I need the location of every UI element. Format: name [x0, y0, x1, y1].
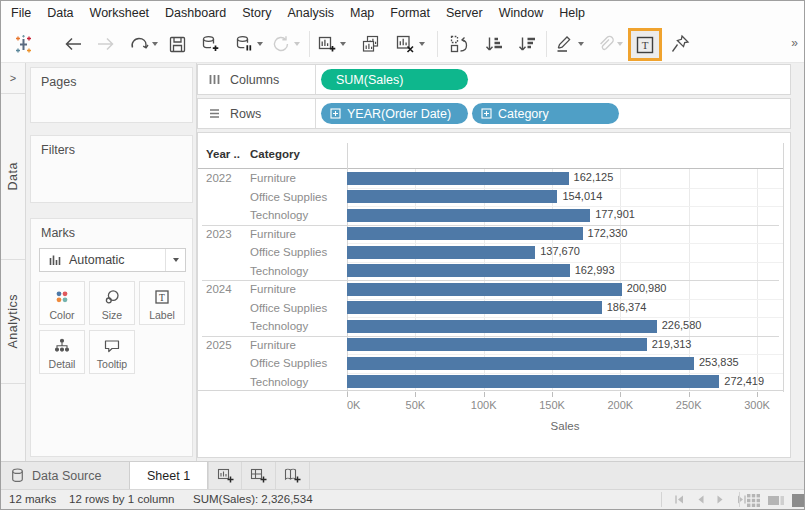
year-column-header[interactable]: Year ..	[206, 148, 240, 160]
mark-type-caret[interactable]	[165, 249, 185, 271]
menu-story[interactable]: Story	[234, 6, 279, 20]
category-label[interactable]: Furniture	[242, 169, 347, 188]
category-label[interactable]: Technology	[242, 373, 347, 392]
tab-data-source[interactable]: Data Source	[1, 462, 121, 489]
year-label[interactable]: 2022	[198, 169, 242, 188]
new-worksheet-caret[interactable]	[340, 42, 346, 46]
clear-sheet-button[interactable]	[393, 32, 417, 56]
sort-ascending-button[interactable]	[482, 32, 506, 56]
next-icon[interactable]	[716, 494, 725, 505]
menu-format[interactable]: Format	[382, 6, 438, 20]
year-label[interactable]	[198, 299, 242, 318]
category-label[interactable]: Furniture	[242, 225, 347, 244]
bar-mark[interactable]	[347, 227, 583, 240]
year-label[interactable]	[198, 206, 242, 225]
year-label[interactable]	[198, 262, 242, 281]
category-label[interactable]: Office Supplies	[242, 299, 347, 318]
x-axis-title[interactable]: Sales	[347, 420, 783, 432]
tab-sheet-1[interactable]: Sheet 1	[129, 462, 208, 489]
fix-axes-button[interactable]	[668, 32, 692, 56]
bar-mark[interactable]	[347, 338, 647, 351]
year-label[interactable]	[198, 317, 242, 336]
swap-rows-and-columns-button[interactable]	[447, 32, 471, 56]
bar-mark[interactable]	[347, 301, 602, 314]
mark-button-color[interactable]: Color	[39, 281, 85, 325]
bar-mark[interactable]	[347, 283, 622, 296]
year-label[interactable]: 2023	[198, 225, 242, 244]
bar-mark[interactable]	[347, 172, 569, 185]
current-view-icon[interactable]	[792, 494, 805, 507]
category-label[interactable]: Furniture	[242, 280, 347, 299]
save-button[interactable]	[165, 32, 189, 56]
bar-mark[interactable]	[347, 375, 719, 388]
menu-worksheet[interactable]: Worksheet	[82, 6, 158, 20]
pill-category[interactable]: Category	[472, 103, 619, 124]
filters-card[interactable]: Filters	[30, 135, 193, 203]
sheet-sorter-icon[interactable]	[747, 494, 760, 507]
category-label[interactable]: Office Supplies	[242, 354, 347, 373]
clear-sheet-caret[interactable]	[419, 42, 425, 46]
sort-descending-button[interactable]	[515, 32, 539, 56]
previous-icon[interactable]	[696, 494, 705, 505]
mark-type-dropdown[interactable]: Automatic	[39, 248, 186, 272]
first-icon[interactable]	[674, 494, 685, 505]
new-dashboard-tab-button[interactable]	[242, 462, 276, 489]
category-label[interactable]: Technology	[242, 262, 347, 281]
category-column-header[interactable]: Category	[250, 148, 300, 160]
mark-button-label[interactable]: TLabel	[139, 281, 185, 325]
menu-server[interactable]: Server	[438, 6, 491, 20]
category-label[interactable]: Office Supplies	[242, 243, 347, 262]
menu-analysis[interactable]: Analysis	[279, 6, 342, 20]
new-data-source-button[interactable]	[198, 32, 222, 56]
year-label[interactable]	[198, 354, 242, 373]
menu-data[interactable]: Data	[39, 6, 81, 20]
highlight-caret[interactable]	[578, 42, 584, 46]
tab-analytics[interactable]: Analytics	[1, 260, 25, 384]
highlight-button[interactable]	[552, 32, 576, 56]
bar-mark[interactable]	[347, 320, 657, 333]
category-label[interactable]: Furniture	[242, 336, 347, 355]
pages-card[interactable]: Pages	[30, 67, 193, 123]
mark-button-size[interactable]: Size	[89, 281, 135, 325]
category-label[interactable]: Technology	[242, 206, 347, 225]
last-icon[interactable]	[736, 494, 747, 505]
more-toolbar-items-button[interactable]: »	[791, 36, 798, 50]
bar-mark[interactable]	[347, 246, 535, 259]
mark-button-tooltip[interactable]: Tooltip	[89, 330, 135, 374]
year-label[interactable]	[198, 373, 242, 392]
pause-auto-updates-caret[interactable]	[257, 42, 263, 46]
new-worksheet-button[interactable]	[315, 32, 339, 56]
expand-pane-button[interactable]: >	[1, 63, 25, 94]
year-label[interactable]	[198, 243, 242, 262]
year-label[interactable]	[198, 188, 242, 207]
undo-button[interactable]	[61, 32, 85, 56]
filmstrip-icon[interactable]	[768, 494, 784, 507]
tab-data[interactable]: Data	[1, 94, 25, 260]
redo-button[interactable]	[94, 32, 118, 56]
menu-map[interactable]: Map	[342, 6, 382, 20]
menu-help[interactable]: Help	[551, 6, 593, 20]
mark-button-detail[interactable]: Detail	[39, 330, 85, 374]
bar-mark[interactable]	[347, 190, 557, 203]
new-story-tab-button[interactable]	[276, 462, 310, 489]
menu-file[interactable]: File	[3, 6, 39, 20]
category-label[interactable]: Office Supplies	[242, 188, 347, 207]
show-mark-labels-button[interactable]: T	[634, 34, 656, 56]
pill-sum-sales-[interactable]: SUM(Sales)	[321, 69, 468, 90]
rows-shelf[interactable]: Rows YEAR(Order Date)Category	[197, 98, 791, 129]
replay-caret[interactable]	[152, 42, 158, 46]
pause-auto-updates-button[interactable]	[232, 32, 256, 56]
menu-window[interactable]: Window	[491, 6, 551, 20]
year-label[interactable]: 2025	[198, 336, 242, 355]
bar-mark[interactable]	[347, 357, 694, 370]
pill-year-order-date-[interactable]: YEAR(Order Date)	[321, 103, 468, 124]
replay-button[interactable]	[127, 32, 151, 56]
columns-shelf[interactable]: Columns SUM(Sales)	[197, 64, 791, 95]
category-label[interactable]: Technology	[242, 317, 347, 336]
new-worksheet-tab-button[interactable]	[208, 462, 242, 489]
bar-mark[interactable]	[347, 209, 590, 222]
year-label[interactable]: 2024	[198, 280, 242, 299]
menu-dashboard[interactable]: Dashboard	[157, 6, 234, 20]
duplicate-sheet-button[interactable]	[359, 32, 383, 56]
bar-mark[interactable]	[347, 264, 570, 277]
